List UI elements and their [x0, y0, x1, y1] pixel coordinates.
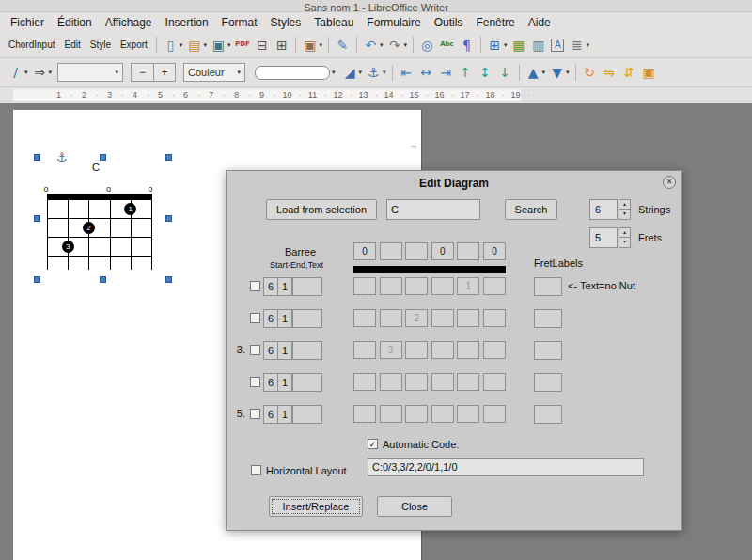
insert-chart-icon[interactable]: ▥ [528, 34, 548, 56]
selection-handle[interactable] [165, 215, 172, 222]
insert-replace-button[interactable]: Insert/Replace [269, 496, 363, 517]
barree-text-box[interactable] [292, 341, 322, 360]
barree-checkbox[interactable] [250, 281, 260, 291]
dialog-close-button[interactable]: ✕ [663, 176, 676, 189]
flip-vertical-icon[interactable]: ⇵ [619, 61, 639, 84]
string-end-box[interactable]: 1 [277, 373, 292, 392]
fret-cell[interactable] [405, 341, 428, 359]
selection-handle[interactable] [34, 154, 40, 161]
dropdown-arrow-icon[interactable]: ▾ [319, 41, 322, 49]
dropdown-arrow-icon[interactable]: ▾ [180, 41, 183, 49]
fret-cell[interactable] [405, 405, 428, 423]
paste-icon[interactable]: ▣▾ [300, 34, 324, 56]
formatting-marks-icon[interactable]: ¶ [457, 34, 477, 56]
menu-item[interactable]: Édition [51, 14, 99, 31]
string-start-box[interactable]: 6 [263, 277, 278, 296]
fret-cell[interactable] [457, 405, 479, 423]
title-bar[interactable]: Sans nom 1 - LibreOffice Writer [0, 0, 752, 12]
string-end-box[interactable]: 1 [277, 309, 292, 328]
send-to-back-icon[interactable]: ▼▾ [547, 61, 572, 84]
fret-cell[interactable] [457, 341, 479, 359]
fret-cell[interactable] [380, 309, 402, 327]
menu-item[interactable]: Fenêtre [469, 14, 521, 31]
print-preview-icon[interactable]: ⊞ [272, 34, 291, 56]
string-start-box[interactable]: 6 [263, 405, 278, 424]
fill-type-select[interactable]: Couleur ▾ [183, 63, 245, 82]
insert-text-box-icon[interactable]: A [548, 34, 567, 56]
line-width-select[interactable]: ▾ [57, 63, 123, 82]
barree-checkbox[interactable] [250, 377, 260, 387]
fret-cell[interactable] [353, 373, 376, 391]
string-start-box[interactable]: 6 [263, 309, 278, 328]
string-end-box[interactable]: 1 [277, 405, 292, 424]
open-file-icon[interactable]: ▤▾ [184, 34, 209, 56]
fret-cell[interactable] [431, 277, 454, 295]
save-icon[interactable]: ▣▾ [209, 34, 233, 56]
menu-item[interactable]: Tableau [307, 14, 360, 31]
spelling-icon[interactable]: Abc [437, 34, 457, 56]
arrow-style-icon[interactable]: ⇒▾ [30, 61, 55, 84]
menu-item[interactable]: Insertion [159, 14, 215, 31]
dropdown-arrow-icon[interactable]: ▾ [227, 41, 231, 49]
dropdown-arrow-icon[interactable]: ▾ [504, 41, 508, 49]
fretlabel-box[interactable] [534, 373, 562, 392]
dropdown-arrow-icon[interactable]: ▾ [24, 69, 28, 76]
fret-cell[interactable] [353, 277, 376, 295]
base-fret-cell[interactable] [380, 242, 402, 260]
fret-cell[interactable] [380, 405, 402, 423]
increase-button[interactable]: + [153, 64, 175, 81]
dropdown-arrow-icon[interactable]: ▾ [566, 69, 570, 76]
load-from-selection-button[interactable]: Load from selection [266, 199, 377, 220]
horizontal-layout-checkbox[interactable] [251, 465, 261, 475]
fret-cell[interactable] [431, 341, 454, 359]
selection-handle[interactable] [100, 154, 106, 161]
automatic-code-checkbox[interactable]: ✓ [368, 439, 378, 449]
fret-cell[interactable] [405, 277, 428, 295]
bring-to-front-icon[interactable]: ▲▾ [524, 61, 548, 84]
selection-handle[interactable] [165, 154, 172, 161]
chord-name-input[interactable] [386, 199, 480, 220]
decrease-button[interactable]: − [132, 64, 153, 81]
barree-text-box[interactable] [292, 309, 322, 328]
fret-cell[interactable]: 3 [380, 341, 402, 359]
export-pdf-icon[interactable]: PDF [232, 34, 252, 56]
menu-item[interactable]: Format [215, 14, 264, 31]
fret-cell[interactable] [483, 405, 506, 423]
fret-cell[interactable] [380, 373, 402, 391]
anchor-icon[interactable]: ⚓▾ [364, 61, 388, 84]
align-bottom-icon[interactable]: ↓ [495, 61, 515, 84]
dropdown-arrow-icon[interactable]: ▾ [380, 41, 384, 49]
fret-cell[interactable] [483, 309, 506, 327]
fretlabel-box[interactable] [534, 309, 562, 328]
menu-item[interactable]: Fichier [4, 14, 51, 31]
fret-cell[interactable] [431, 309, 454, 327]
anchor-icon[interactable]: ⚓ [56, 150, 68, 164]
menu-item[interactable]: Outils [428, 14, 470, 31]
rotate-icon[interactable]: ↻ [580, 61, 600, 84]
fret-cell[interactable] [483, 373, 506, 391]
string-end-box[interactable]: 1 [277, 341, 292, 360]
search-button[interactable]: Search [505, 199, 557, 220]
center-horizontal-icon[interactable]: ↔ [416, 61, 436, 84]
base-fret-cell[interactable] [457, 242, 479, 260]
selection-handle[interactable] [100, 276, 106, 283]
string-start-box[interactable]: 6 [263, 341, 278, 360]
dropdown-arrow-icon[interactable]: ▾ [203, 41, 207, 49]
selection-handle[interactable] [165, 276, 172, 283]
fret-cell[interactable] [457, 373, 479, 391]
barree-text-box[interactable] [292, 277, 322, 296]
print-icon[interactable]: ⊟ [252, 34, 272, 56]
dropdown-arrow-icon[interactable]: ▾ [49, 69, 53, 76]
group-icon[interactable]: ▣ [639, 61, 659, 84]
base-fret-cell[interactable]: 0 [431, 242, 454, 260]
insert-table-icon[interactable]: ⊞▾ [485, 34, 509, 56]
align-top-icon[interactable]: ↑ [456, 61, 476, 84]
barree-text-box[interactable] [292, 373, 322, 392]
line-style-icon[interactable]: ∕▾ [6, 61, 30, 84]
barree-text-box[interactable] [292, 405, 322, 424]
dropdown-arrow-icon[interactable]: ▾ [542, 69, 546, 76]
redo-icon[interactable]: ↷▾ [384, 34, 409, 56]
spin-down-icon[interactable]: ▾ [619, 238, 631, 248]
dialog-close-bottom-button[interactable]: Close [377, 496, 452, 517]
dropdown-arrow-icon[interactable]: ▾ [359, 69, 363, 76]
